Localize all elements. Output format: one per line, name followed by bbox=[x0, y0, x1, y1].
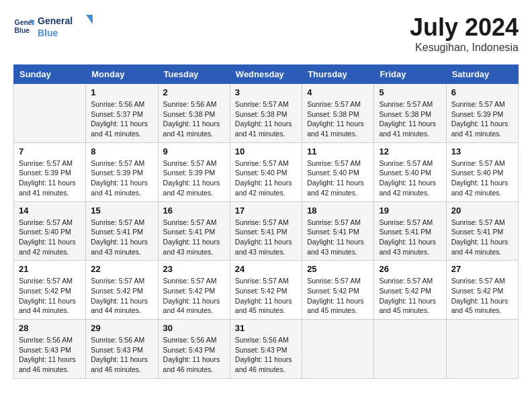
day-info: Sunrise: 5:57 AMSunset: 5:39 PMDaylight:… bbox=[451, 99, 513, 139]
calendar-cell: 17Sunrise: 5:57 AMSunset: 5:41 PMDayligh… bbox=[230, 201, 302, 261]
calendar-cell: 2Sunrise: 5:56 AMSunset: 5:38 PMDaylight… bbox=[158, 84, 230, 143]
day-number: 23 bbox=[163, 264, 225, 274]
day-info: Sunrise: 5:57 AMSunset: 5:42 PMDaylight:… bbox=[19, 276, 81, 316]
day-number: 25 bbox=[307, 264, 369, 274]
weekday-header-cell: Friday bbox=[374, 65, 446, 84]
location-subtitle: Kesugihan, Indonesia bbox=[410, 42, 519, 54]
day-info: Sunrise: 5:56 AMSunset: 5:43 PMDaylight:… bbox=[163, 335, 225, 375]
day-number: 1 bbox=[91, 87, 152, 97]
calendar-cell: 14Sunrise: 5:57 AMSunset: 5:40 PMDayligh… bbox=[14, 201, 86, 261]
day-info: Sunrise: 5:57 AMSunset: 5:39 PMDaylight:… bbox=[19, 158, 81, 198]
calendar-cell: 8Sunrise: 5:57 AMSunset: 5:39 PMDaylight… bbox=[86, 142, 158, 201]
weekday-header-cell: Wednesday bbox=[230, 65, 302, 84]
calendar-cell: 3Sunrise: 5:57 AMSunset: 5:38 PMDaylight… bbox=[230, 84, 302, 143]
day-info: Sunrise: 5:57 AMSunset: 5:40 PMDaylight:… bbox=[379, 158, 441, 198]
calendar-cell: 29Sunrise: 5:56 AMSunset: 5:43 PMDayligh… bbox=[86, 320, 158, 379]
day-number: 14 bbox=[19, 205, 81, 216]
calendar-cell bbox=[446, 320, 518, 379]
day-info: Sunrise: 5:57 AMSunset: 5:42 PMDaylight:… bbox=[91, 276, 152, 316]
weekday-header-cell: Monday bbox=[86, 65, 158, 84]
day-number: 7 bbox=[19, 146, 81, 156]
calendar-cell: 21Sunrise: 5:57 AMSunset: 5:42 PMDayligh… bbox=[14, 261, 86, 320]
day-number: 8 bbox=[91, 146, 152, 156]
day-number: 20 bbox=[451, 205, 513, 216]
day-number: 15 bbox=[91, 205, 152, 216]
day-number: 10 bbox=[235, 146, 297, 156]
day-info: Sunrise: 5:57 AMSunset: 5:38 PMDaylight:… bbox=[307, 99, 369, 139]
day-number: 4 bbox=[307, 87, 369, 97]
calendar-cell bbox=[302, 320, 374, 379]
day-info: Sunrise: 5:57 AMSunset: 5:39 PMDaylight:… bbox=[163, 158, 225, 198]
weekday-header-cell: Tuesday bbox=[158, 65, 230, 84]
day-info: Sunrise: 5:57 AMSunset: 5:42 PMDaylight:… bbox=[451, 276, 513, 316]
day-info: Sunrise: 5:57 AMSunset: 5:39 PMDaylight:… bbox=[91, 158, 152, 198]
weekday-header-row: SundayMondayTuesdayWednesdayThursdayFrid… bbox=[14, 65, 519, 84]
day-info: Sunrise: 5:56 AMSunset: 5:43 PMDaylight:… bbox=[91, 335, 152, 375]
day-number: 21 bbox=[19, 264, 81, 274]
day-number: 22 bbox=[91, 264, 152, 274]
logo: General Blue General Blue bbox=[13, 13, 98, 39]
svg-text:General: General bbox=[38, 15, 73, 26]
day-info: Sunrise: 5:57 AMSunset: 5:41 PMDaylight:… bbox=[235, 218, 297, 257]
day-number: 19 bbox=[379, 205, 441, 216]
calendar-cell: 27Sunrise: 5:57 AMSunset: 5:42 PMDayligh… bbox=[446, 261, 518, 320]
calendar-cell: 1Sunrise: 5:56 AMSunset: 5:37 PMDaylight… bbox=[86, 84, 158, 143]
day-info: Sunrise: 5:57 AMSunset: 5:40 PMDaylight:… bbox=[235, 158, 297, 198]
day-number: 12 bbox=[379, 146, 441, 156]
day-number: 18 bbox=[307, 205, 369, 216]
logo-icon: General Blue bbox=[13, 15, 35, 37]
day-number: 24 bbox=[235, 264, 297, 274]
calendar-cell: 26Sunrise: 5:57 AMSunset: 5:42 PMDayligh… bbox=[374, 261, 446, 320]
page-header: General Blue General Blue July 2024 Kesu… bbox=[13, 13, 519, 54]
calendar-cell: 20Sunrise: 5:57 AMSunset: 5:41 PMDayligh… bbox=[446, 201, 518, 261]
day-info: Sunrise: 5:57 AMSunset: 5:42 PMDaylight:… bbox=[235, 276, 297, 316]
day-number: 5 bbox=[379, 87, 441, 97]
calendar-cell: 10Sunrise: 5:57 AMSunset: 5:40 PMDayligh… bbox=[230, 142, 302, 201]
calendar-cell: 24Sunrise: 5:57 AMSunset: 5:42 PMDayligh… bbox=[230, 261, 302, 320]
calendar-body: 1Sunrise: 5:56 AMSunset: 5:37 PMDaylight… bbox=[14, 84, 519, 379]
day-info: Sunrise: 5:57 AMSunset: 5:42 PMDaylight:… bbox=[163, 276, 225, 316]
day-number: 6 bbox=[451, 87, 513, 97]
day-info: Sunrise: 5:57 AMSunset: 5:41 PMDaylight:… bbox=[379, 218, 441, 257]
weekday-header-cell: Sunday bbox=[14, 65, 86, 84]
calendar-cell: 23Sunrise: 5:57 AMSunset: 5:42 PMDayligh… bbox=[158, 261, 230, 320]
day-info: Sunrise: 5:56 AMSunset: 5:37 PMDaylight:… bbox=[91, 99, 152, 139]
day-number: 2 bbox=[163, 87, 225, 97]
calendar-cell: 11Sunrise: 5:57 AMSunset: 5:40 PMDayligh… bbox=[302, 142, 374, 201]
day-number: 27 bbox=[451, 264, 513, 274]
calendar-week-row: 14Sunrise: 5:57 AMSunset: 5:40 PMDayligh… bbox=[14, 201, 519, 261]
calendar-cell bbox=[374, 320, 446, 379]
calendar-cell: 30Sunrise: 5:56 AMSunset: 5:43 PMDayligh… bbox=[158, 320, 230, 379]
calendar-table: SundayMondayTuesdayWednesdayThursdayFrid… bbox=[13, 64, 519, 379]
calendar-cell: 5Sunrise: 5:57 AMSunset: 5:38 PMDaylight… bbox=[374, 84, 446, 143]
calendar-cell: 22Sunrise: 5:57 AMSunset: 5:42 PMDayligh… bbox=[86, 261, 158, 320]
day-info: Sunrise: 5:57 AMSunset: 5:41 PMDaylight:… bbox=[91, 218, 152, 257]
day-number: 31 bbox=[235, 323, 297, 333]
month-title: July 2024 bbox=[410, 13, 519, 42]
day-info: Sunrise: 5:57 AMSunset: 5:42 PMDaylight:… bbox=[307, 276, 369, 316]
calendar-cell: 25Sunrise: 5:57 AMSunset: 5:42 PMDayligh… bbox=[302, 261, 374, 320]
day-info: Sunrise: 5:57 AMSunset: 5:40 PMDaylight:… bbox=[451, 158, 513, 198]
calendar-week-row: 7Sunrise: 5:57 AMSunset: 5:39 PMDaylight… bbox=[14, 142, 519, 201]
day-number: 11 bbox=[307, 146, 369, 156]
day-info: Sunrise: 5:56 AMSunset: 5:38 PMDaylight:… bbox=[163, 99, 225, 139]
day-info: Sunrise: 5:57 AMSunset: 5:40 PMDaylight:… bbox=[307, 158, 369, 198]
calendar-cell: 6Sunrise: 5:57 AMSunset: 5:39 PMDaylight… bbox=[446, 84, 518, 143]
calendar-cell: 16Sunrise: 5:57 AMSunset: 5:41 PMDayligh… bbox=[158, 201, 230, 261]
day-info: Sunrise: 5:57 AMSunset: 5:41 PMDaylight:… bbox=[451, 218, 513, 257]
day-number: 29 bbox=[91, 323, 152, 333]
logo-svg: General Blue bbox=[38, 13, 98, 39]
day-number: 3 bbox=[235, 87, 297, 97]
calendar-cell: 28Sunrise: 5:56 AMSunset: 5:43 PMDayligh… bbox=[14, 320, 86, 379]
calendar-cell: 9Sunrise: 5:57 AMSunset: 5:39 PMDaylight… bbox=[158, 142, 230, 201]
day-info: Sunrise: 5:57 AMSunset: 5:42 PMDaylight:… bbox=[379, 276, 441, 316]
day-info: Sunrise: 5:57 AMSunset: 5:38 PMDaylight:… bbox=[379, 99, 441, 139]
day-number: 30 bbox=[163, 323, 225, 333]
day-number: 28 bbox=[19, 323, 81, 333]
day-number: 9 bbox=[163, 146, 225, 156]
day-number: 16 bbox=[163, 205, 225, 216]
day-info: Sunrise: 5:57 AMSunset: 5:41 PMDaylight:… bbox=[307, 218, 369, 257]
weekday-header-cell: Saturday bbox=[446, 65, 518, 84]
day-info: Sunrise: 5:56 AMSunset: 5:43 PMDaylight:… bbox=[235, 335, 297, 375]
svg-marker-4 bbox=[86, 15, 93, 24]
